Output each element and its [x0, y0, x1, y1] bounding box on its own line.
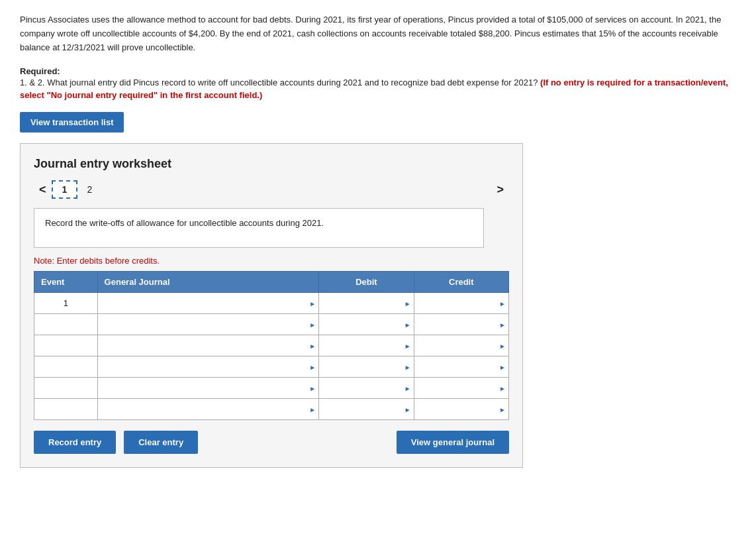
required-section: Required: 1. & 2. What journal entry did…: [20, 66, 736, 100]
credit-cell-2[interactable]: ►: [414, 314, 508, 335]
table-row: ► ► ►: [34, 378, 509, 399]
worksheet-container: Journal entry worksheet < 1 2 > Record t…: [20, 143, 523, 468]
debit-cell-3[interactable]: ►: [319, 335, 414, 356]
event-cell-5: [34, 378, 98, 399]
record-entry-button[interactable]: Record entry: [34, 431, 116, 454]
required-label: Required:: [20, 66, 60, 76]
event-cell-6: [34, 399, 98, 420]
general-journal-input-1[interactable]: [102, 297, 315, 309]
tab-1[interactable]: 1: [52, 180, 78, 199]
credit-cell-6[interactable]: ►: [414, 399, 508, 420]
general-journal-input-2[interactable]: [102, 318, 315, 331]
general-journal-cell-5[interactable]: ►: [97, 378, 319, 399]
debit-cell-6[interactable]: ►: [319, 399, 414, 420]
debit-input-1[interactable]: [323, 297, 409, 309]
general-journal-input-4[interactable]: [102, 360, 315, 373]
table-row: 1 ► ► ►: [34, 293, 509, 314]
debit-cell-5[interactable]: ►: [319, 378, 414, 399]
col-header-event: Event: [34, 272, 98, 293]
nav-right-arrow[interactable]: >: [491, 182, 509, 198]
credit-input-4[interactable]: [418, 360, 504, 373]
general-journal-cell-3[interactable]: ►: [97, 335, 319, 356]
credit-input-1[interactable]: [418, 297, 504, 309]
general-journal-cell-2[interactable]: ►: [97, 314, 319, 335]
debit-cell-2[interactable]: ►: [319, 314, 414, 335]
tab-navigation: < 1 2 >: [34, 180, 509, 199]
credit-cell-5[interactable]: ►: [414, 378, 508, 399]
table-row: ► ► ►: [34, 335, 509, 356]
instruction-box: Record the write-offs of allowance for u…: [34, 208, 484, 248]
debit-input-4[interactable]: [323, 360, 409, 373]
credit-cell-4[interactable]: ►: [414, 356, 508, 378]
debit-input-3[interactable]: [323, 339, 409, 352]
credit-input-6[interactable]: [418, 403, 504, 415]
tab-2[interactable]: 2: [77, 182, 101, 197]
credit-input-3[interactable]: [418, 339, 504, 352]
table-row: ► ► ►: [34, 399, 509, 420]
table-row: ► ► ►: [34, 356, 509, 378]
journal-table: Event General Journal Debit Credit 1 ► ►: [34, 271, 509, 420]
general-journal-cell-4[interactable]: ►: [97, 356, 319, 378]
general-journal-cell-1[interactable]: ►: [97, 293, 319, 314]
required-text: 1. & 2. What journal entry did Pincus re…: [20, 78, 538, 87]
event-cell-4: [34, 356, 98, 378]
general-journal-cell-6[interactable]: ►: [97, 399, 319, 420]
event-cell-3: [34, 335, 98, 356]
event-cell-1: 1: [34, 293, 98, 314]
col-header-credit: Credit: [414, 272, 508, 293]
worksheet-title: Journal entry worksheet: [34, 157, 509, 171]
nav-left-arrow[interactable]: <: [34, 182, 52, 198]
button-row: Record entry Clear entry View general jo…: [34, 431, 509, 454]
general-journal-input-6[interactable]: [102, 403, 315, 415]
general-journal-input-5[interactable]: [102, 382, 315, 394]
debit-input-2[interactable]: [323, 318, 409, 331]
clear-entry-button[interactable]: Clear entry: [124, 431, 198, 454]
col-header-debit: Debit: [319, 272, 414, 293]
debit-cell-4[interactable]: ►: [319, 356, 414, 378]
table-row: ► ► ►: [34, 314, 509, 335]
debit-cell-1[interactable]: ►: [319, 293, 414, 314]
credit-cell-3[interactable]: ►: [414, 335, 508, 356]
view-general-journal-button[interactable]: View general journal: [397, 431, 509, 454]
view-transaction-button[interactable]: View transaction list: [20, 112, 124, 133]
credit-input-5[interactable]: [418, 382, 504, 394]
credit-cell-1[interactable]: ►: [414, 293, 508, 314]
general-journal-input-3[interactable]: [102, 339, 315, 352]
event-cell-2: [34, 314, 98, 335]
debit-input-6[interactable]: [323, 403, 409, 415]
note-text: Note: Enter debits before credits.: [34, 256, 509, 266]
col-header-general-journal: General Journal: [97, 272, 319, 293]
debit-input-5[interactable]: [323, 382, 409, 394]
intro-paragraph: Pincus Associates uses the allowance met…: [20, 13, 735, 54]
credit-input-2[interactable]: [418, 318, 504, 331]
